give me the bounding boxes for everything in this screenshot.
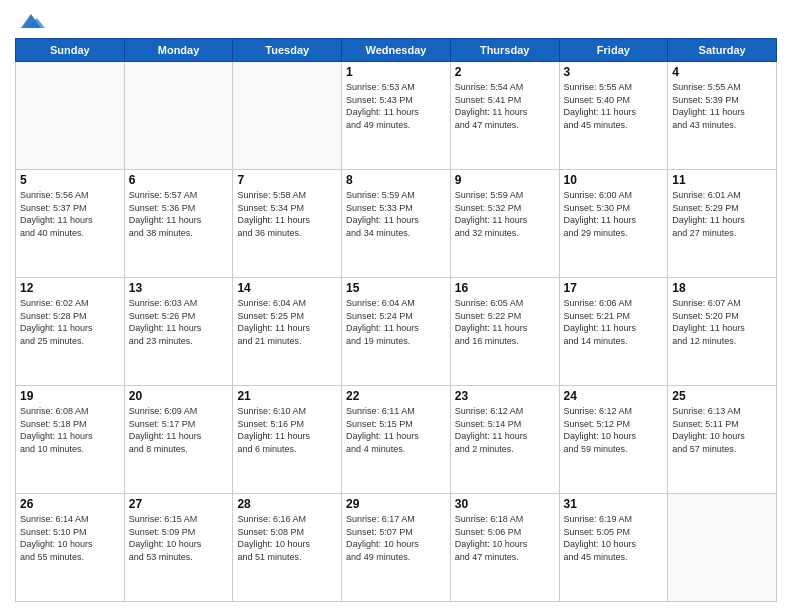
day-info: Sunrise: 6:04 AM Sunset: 5:24 PM Dayligh… bbox=[346, 297, 446, 347]
weekday-row: SundayMondayTuesdayWednesdayThursdayFrid… bbox=[16, 39, 777, 62]
day-number: 23 bbox=[455, 389, 555, 403]
logo bbox=[15, 10, 45, 32]
day-number: 4 bbox=[672, 65, 772, 79]
calendar-cell: 22Sunrise: 6:11 AM Sunset: 5:15 PM Dayli… bbox=[342, 386, 451, 494]
day-number: 18 bbox=[672, 281, 772, 295]
day-number: 28 bbox=[237, 497, 337, 511]
day-number: 1 bbox=[346, 65, 446, 79]
calendar-row: 5Sunrise: 5:56 AM Sunset: 5:37 PM Daylig… bbox=[16, 170, 777, 278]
day-info: Sunrise: 6:03 AM Sunset: 5:26 PM Dayligh… bbox=[129, 297, 229, 347]
calendar-cell bbox=[668, 494, 777, 602]
day-info: Sunrise: 5:55 AM Sunset: 5:39 PM Dayligh… bbox=[672, 81, 772, 131]
calendar-cell: 10Sunrise: 6:00 AM Sunset: 5:30 PM Dayli… bbox=[559, 170, 668, 278]
calendar-cell: 27Sunrise: 6:15 AM Sunset: 5:09 PM Dayli… bbox=[124, 494, 233, 602]
calendar-cell: 14Sunrise: 6:04 AM Sunset: 5:25 PM Dayli… bbox=[233, 278, 342, 386]
day-number: 31 bbox=[564, 497, 664, 511]
header bbox=[15, 10, 777, 32]
day-info: Sunrise: 6:14 AM Sunset: 5:10 PM Dayligh… bbox=[20, 513, 120, 563]
day-info: Sunrise: 6:11 AM Sunset: 5:15 PM Dayligh… bbox=[346, 405, 446, 455]
day-number: 12 bbox=[20, 281, 120, 295]
calendar-cell: 31Sunrise: 6:19 AM Sunset: 5:05 PM Dayli… bbox=[559, 494, 668, 602]
day-info: Sunrise: 5:59 AM Sunset: 5:33 PM Dayligh… bbox=[346, 189, 446, 239]
day-info: Sunrise: 6:18 AM Sunset: 5:06 PM Dayligh… bbox=[455, 513, 555, 563]
day-info: Sunrise: 5:55 AM Sunset: 5:40 PM Dayligh… bbox=[564, 81, 664, 131]
weekday-header: Wednesday bbox=[342, 39, 451, 62]
day-number: 10 bbox=[564, 173, 664, 187]
day-info: Sunrise: 6:16 AM Sunset: 5:08 PM Dayligh… bbox=[237, 513, 337, 563]
calendar-row: 19Sunrise: 6:08 AM Sunset: 5:18 PM Dayli… bbox=[16, 386, 777, 494]
day-info: Sunrise: 6:07 AM Sunset: 5:20 PM Dayligh… bbox=[672, 297, 772, 347]
day-info: Sunrise: 6:05 AM Sunset: 5:22 PM Dayligh… bbox=[455, 297, 555, 347]
day-info: Sunrise: 5:56 AM Sunset: 5:37 PM Dayligh… bbox=[20, 189, 120, 239]
calendar-cell bbox=[16, 62, 125, 170]
calendar-cell: 13Sunrise: 6:03 AM Sunset: 5:26 PM Dayli… bbox=[124, 278, 233, 386]
day-info: Sunrise: 6:10 AM Sunset: 5:16 PM Dayligh… bbox=[237, 405, 337, 455]
day-info: Sunrise: 6:12 AM Sunset: 5:14 PM Dayligh… bbox=[455, 405, 555, 455]
calendar-cell: 8Sunrise: 5:59 AM Sunset: 5:33 PM Daylig… bbox=[342, 170, 451, 278]
day-number: 27 bbox=[129, 497, 229, 511]
day-number: 20 bbox=[129, 389, 229, 403]
calendar-cell: 29Sunrise: 6:17 AM Sunset: 5:07 PM Dayli… bbox=[342, 494, 451, 602]
weekday-header: Friday bbox=[559, 39, 668, 62]
day-number: 24 bbox=[564, 389, 664, 403]
day-number: 21 bbox=[237, 389, 337, 403]
day-info: Sunrise: 6:06 AM Sunset: 5:21 PM Dayligh… bbox=[564, 297, 664, 347]
day-number: 29 bbox=[346, 497, 446, 511]
day-info: Sunrise: 6:15 AM Sunset: 5:09 PM Dayligh… bbox=[129, 513, 229, 563]
calendar-cell: 2Sunrise: 5:54 AM Sunset: 5:41 PM Daylig… bbox=[450, 62, 559, 170]
day-number: 30 bbox=[455, 497, 555, 511]
day-info: Sunrise: 5:58 AM Sunset: 5:34 PM Dayligh… bbox=[237, 189, 337, 239]
day-number: 3 bbox=[564, 65, 664, 79]
day-number: 5 bbox=[20, 173, 120, 187]
page: SundayMondayTuesdayWednesdayThursdayFrid… bbox=[0, 0, 792, 612]
day-info: Sunrise: 6:19 AM Sunset: 5:05 PM Dayligh… bbox=[564, 513, 664, 563]
day-number: 25 bbox=[672, 389, 772, 403]
day-info: Sunrise: 6:08 AM Sunset: 5:18 PM Dayligh… bbox=[20, 405, 120, 455]
calendar-cell: 20Sunrise: 6:09 AM Sunset: 5:17 PM Dayli… bbox=[124, 386, 233, 494]
day-info: Sunrise: 5:57 AM Sunset: 5:36 PM Dayligh… bbox=[129, 189, 229, 239]
day-number: 9 bbox=[455, 173, 555, 187]
day-number: 19 bbox=[20, 389, 120, 403]
day-number: 8 bbox=[346, 173, 446, 187]
day-number: 11 bbox=[672, 173, 772, 187]
day-info: Sunrise: 6:00 AM Sunset: 5:30 PM Dayligh… bbox=[564, 189, 664, 239]
day-info: Sunrise: 6:01 AM Sunset: 5:29 PM Dayligh… bbox=[672, 189, 772, 239]
day-number: 22 bbox=[346, 389, 446, 403]
day-number: 26 bbox=[20, 497, 120, 511]
calendar-cell: 26Sunrise: 6:14 AM Sunset: 5:10 PM Dayli… bbox=[16, 494, 125, 602]
day-info: Sunrise: 6:02 AM Sunset: 5:28 PM Dayligh… bbox=[20, 297, 120, 347]
day-info: Sunrise: 6:17 AM Sunset: 5:07 PM Dayligh… bbox=[346, 513, 446, 563]
calendar-cell: 15Sunrise: 6:04 AM Sunset: 5:24 PM Dayli… bbox=[342, 278, 451, 386]
calendar-cell: 7Sunrise: 5:58 AM Sunset: 5:34 PM Daylig… bbox=[233, 170, 342, 278]
day-number: 13 bbox=[129, 281, 229, 295]
calendar-cell: 24Sunrise: 6:12 AM Sunset: 5:12 PM Dayli… bbox=[559, 386, 668, 494]
calendar: SundayMondayTuesdayWednesdayThursdayFrid… bbox=[15, 38, 777, 602]
weekday-header: Tuesday bbox=[233, 39, 342, 62]
day-number: 17 bbox=[564, 281, 664, 295]
day-number: 15 bbox=[346, 281, 446, 295]
logo-icon bbox=[17, 10, 45, 32]
calendar-row: 26Sunrise: 6:14 AM Sunset: 5:10 PM Dayli… bbox=[16, 494, 777, 602]
weekday-header: Thursday bbox=[450, 39, 559, 62]
day-number: 6 bbox=[129, 173, 229, 187]
day-info: Sunrise: 6:09 AM Sunset: 5:17 PM Dayligh… bbox=[129, 405, 229, 455]
calendar-cell: 4Sunrise: 5:55 AM Sunset: 5:39 PM Daylig… bbox=[668, 62, 777, 170]
day-number: 2 bbox=[455, 65, 555, 79]
day-number: 16 bbox=[455, 281, 555, 295]
calendar-cell: 19Sunrise: 6:08 AM Sunset: 5:18 PM Dayli… bbox=[16, 386, 125, 494]
calendar-cell: 1Sunrise: 5:53 AM Sunset: 5:43 PM Daylig… bbox=[342, 62, 451, 170]
calendar-cell: 16Sunrise: 6:05 AM Sunset: 5:22 PM Dayli… bbox=[450, 278, 559, 386]
weekday-header: Monday bbox=[124, 39, 233, 62]
calendar-cell: 17Sunrise: 6:06 AM Sunset: 5:21 PM Dayli… bbox=[559, 278, 668, 386]
calendar-cell: 11Sunrise: 6:01 AM Sunset: 5:29 PM Dayli… bbox=[668, 170, 777, 278]
calendar-cell: 3Sunrise: 5:55 AM Sunset: 5:40 PM Daylig… bbox=[559, 62, 668, 170]
calendar-cell: 12Sunrise: 6:02 AM Sunset: 5:28 PM Dayli… bbox=[16, 278, 125, 386]
day-info: Sunrise: 5:59 AM Sunset: 5:32 PM Dayligh… bbox=[455, 189, 555, 239]
day-info: Sunrise: 6:12 AM Sunset: 5:12 PM Dayligh… bbox=[564, 405, 664, 455]
calendar-row: 12Sunrise: 6:02 AM Sunset: 5:28 PM Dayli… bbox=[16, 278, 777, 386]
day-info: Sunrise: 6:13 AM Sunset: 5:11 PM Dayligh… bbox=[672, 405, 772, 455]
calendar-cell: 25Sunrise: 6:13 AM Sunset: 5:11 PM Dayli… bbox=[668, 386, 777, 494]
day-number: 14 bbox=[237, 281, 337, 295]
day-info: Sunrise: 5:54 AM Sunset: 5:41 PM Dayligh… bbox=[455, 81, 555, 131]
calendar-body: 1Sunrise: 5:53 AM Sunset: 5:43 PM Daylig… bbox=[16, 62, 777, 602]
